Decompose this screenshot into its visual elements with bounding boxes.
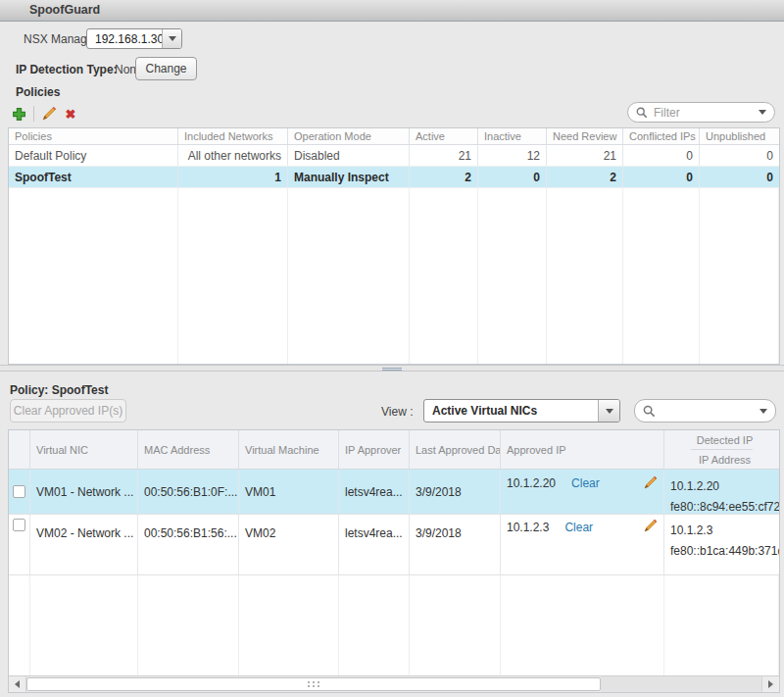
view-select[interactable]: Active Virtual NICs [423,399,620,423]
grip-dots-icon [307,680,320,688]
policy-name: SpoofTest [9,167,178,187]
row-checkbox[interactable] [13,485,25,498]
nics-search-input[interactable] [634,399,776,423]
table-row-vm01[interactable]: VM01 - Network ... 00:50:56:B1:0F:... VM… [9,470,779,515]
table-row-vm02[interactable]: VM02 - Network ... 00:50:56:B1:56:... VM… [9,515,779,575]
empty-cell [623,188,700,364]
policies-table-header: Policies Included Networks Operation Mod… [9,128,779,145]
edit-policy-button[interactable] [40,104,58,122]
arrow-left-icon [15,680,20,688]
detected-ipv6: fe80::b1ca:449b:371d: [670,541,773,562]
column-header-select[interactable] [9,430,30,469]
chevron-down-icon [759,110,766,115]
change-button[interactable]: Change [135,57,197,80]
virtual-nic: VM02 - Network ... [30,515,138,574]
virtual-machine: VM02 [239,515,339,574]
approved-ip-cell: 10.1.2.20 Clear [501,470,664,514]
column-header-approved-ip[interactable]: Approved IP [501,430,664,469]
pencil-icon [643,518,659,533]
detected-ipv4: 10.1.2.20 [670,476,773,497]
splitter-grip-icon [382,367,402,371]
empty-cell [501,575,664,675]
column-header-unpublished[interactable]: Unpublished [700,128,779,144]
column-header-included-networks[interactable]: Included Networks [178,128,288,144]
included-networks: 1 [178,167,288,187]
add-policy-button[interactable] [10,105,27,123]
policies-table-empty-area [9,188,779,364]
spoofguard-panel: SpoofGuard NSX Manager: 192.168.1.30 IP … [0,0,784,697]
nsx-manager-select[interactable]: 192.168.1.30 [86,28,182,49]
empty-cell [30,575,138,675]
view-dropdown-button[interactable] [598,400,619,422]
column-header-virtual-machine[interactable]: Virtual Machine [239,430,339,469]
column-header-conflicted-ips[interactable]: Conflicted IPs [623,128,700,144]
ip-approver: letsv4rea... [339,470,410,514]
scroll-left-button[interactable] [9,676,26,692]
need-review-count: 21 [547,145,623,166]
column-header-last-approved-date[interactable]: Last Approved Date [410,430,501,469]
scrollbar-thumb[interactable] [26,677,601,691]
policy-detail-heading: Policy: SpoofTest [10,383,108,397]
horizontal-scrollbar[interactable] [9,675,779,692]
operation-mode: Disabled [288,145,410,166]
table-row-spooftest[interactable]: SpoofTest 1 Manually Inspect 2 0 2 0 0 [9,167,779,188]
active-count: 2 [410,167,478,187]
clear-approved-ips-button[interactable]: Clear Approved IP(s) [10,399,126,423]
column-header-mac-address[interactable]: MAC Address [138,430,239,469]
detected-ipv6: fe80::8c94:ee55:cf72:3 [670,497,773,514]
clear-link[interactable]: Clear [564,521,593,534]
clear-link[interactable]: Clear [571,476,600,490]
nsx-manager-dropdown-button[interactable] [162,29,181,48]
search-icon [636,107,648,119]
view-value: Active Virtual NICs [424,404,598,418]
column-header-ip-approver[interactable]: IP Approver [339,430,410,469]
scroll-right-button[interactable] [761,676,779,692]
policies-filter-input[interactable]: Filter [627,102,775,123]
edit-approved-ip-button[interactable] [643,474,659,490]
chevron-down-icon [760,409,767,414]
edit-approved-ip-button[interactable] [643,518,659,533]
pencil-icon [41,105,58,122]
last-approved-date: 3/9/2018 [410,470,501,514]
table-row-default-policy[interactable]: Default Policy All other networks Disabl… [9,145,779,167]
column-header-inactive[interactable]: Inactive [478,128,547,144]
approved-ip-cell: 10.1.2.3 Clear [501,515,664,574]
column-header-detected-ip[interactable]: Detected IP IP Address [664,430,779,469]
delete-policy-button[interactable]: ✖ [62,105,79,123]
chevron-down-icon [606,409,613,414]
scrollbar-track[interactable] [601,676,761,692]
nsx-manager-value: 192.168.1.30 [87,32,162,46]
empty-cell [700,188,779,364]
ip-detection-label: IP Detection Type: [16,63,118,76]
need-review-count: 2 [547,167,623,187]
column-header-operation-mode[interactable]: Operation Mode [288,128,410,144]
policy-name: Default Policy [9,145,178,166]
mac-address: 00:50:56:B1:0F:... [138,470,239,514]
row-checkbox[interactable] [13,519,25,531]
column-header-policies[interactable]: Policies [9,128,178,144]
column-header-need-review[interactable]: Need Review [547,128,623,144]
column-header-virtual-nic[interactable]: Virtual NIC [30,430,138,469]
conflicted-ips-count: 0 [623,167,700,187]
row-select-cell [9,515,30,574]
detected-ip-cell: 10.1.2.3 fe80::b1ca:449b:371d: [664,515,779,574]
empty-cell [410,188,478,364]
empty-cell [239,575,339,675]
search-icon [643,405,656,418]
panel-splitter[interactable] [0,365,784,372]
empty-cell [9,575,30,675]
toolbar-separator [33,106,34,122]
empty-cell [288,188,410,364]
included-networks: All other networks [178,145,288,166]
empty-cell [178,188,288,364]
empty-cell [9,188,178,364]
operation-mode: Manually Inspect [288,167,410,187]
policies-table: Policies Included Networks Operation Mod… [8,127,780,365]
active-count: 21 [410,145,478,166]
detected-ip-group-label: Detected IP [691,430,753,450]
unpublished-count: 0 [700,167,779,187]
empty-cell [547,188,623,364]
empty-cell [410,575,501,675]
column-header-active[interactable]: Active [410,128,478,144]
virtual-nic: VM01 - Network ... [30,470,138,514]
